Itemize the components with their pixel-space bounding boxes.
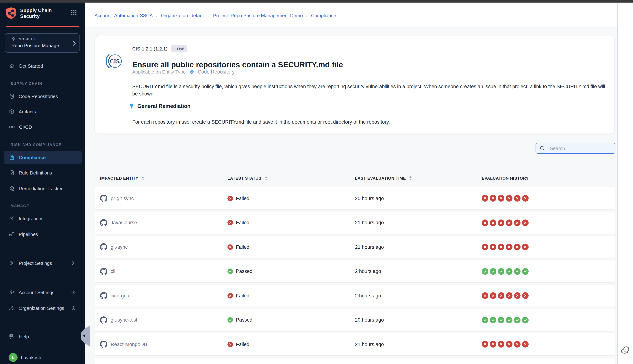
- table-row[interactable]: pr-git-syncFailed20 hours ago: [95, 187, 615, 209]
- project-selector[interactable]: PROJECT Repo Posture Manage...: [5, 33, 80, 53]
- table-row[interactable]: JavaCourseFailed21 hours ago: [95, 212, 615, 234]
- table-row[interactable]: git-syncFailed21 hours ago: [95, 236, 615, 258]
- failed-history-icon: [506, 219, 512, 226]
- sidebar-item-remediation-tracker[interactable]: Remediation Tracker: [4, 182, 82, 195]
- scrollbar-track[interactable]: [617, 2, 633, 364]
- search-input[interactable]: [550, 146, 614, 151]
- page-content: CIS. CIS-1.2.1 (1.2.1) LOW Ensure all pu…: [85, 28, 617, 364]
- sidebar-item-rule-definitions[interactable]: Rule Definitions: [4, 166, 82, 179]
- section-label-risk-and-compliance: RISK AND COMPLIANCE: [11, 143, 62, 147]
- entity-name[interactable]: JavaCourse: [111, 220, 137, 225]
- project-kicker-label: PROJECT: [18, 37, 36, 41]
- column-header-last-evaluation-time[interactable]: LAST EVALUATION TIME: [355, 176, 482, 180]
- sidebar-item-help[interactable]: ? Help: [4, 330, 82, 343]
- table-row[interactable]: cliPassed2 hours ago: [95, 260, 615, 282]
- module-switcher-icon[interactable]: [71, 10, 77, 17]
- breadcrumb-organization[interactable]: Organization: default: [161, 13, 205, 18]
- sidebar-item-user[interactable]: L Lavakush: [4, 351, 82, 364]
- failed-history-icon: [522, 244, 529, 250]
- breadcrumb-project[interactable]: Project: Repo Posture Management Demo: [213, 13, 303, 18]
- passed-history-icon: [506, 317, 512, 323]
- entity-name[interactable]: React-MongoDB: [111, 342, 147, 347]
- impacted-entity-cell: git-sync-test: [100, 316, 228, 324]
- sort-icon[interactable]: [264, 176, 268, 180]
- sidebar-item-label: Get Started: [19, 63, 43, 68]
- sidebar-item-artifacts[interactable]: Artifacts: [4, 105, 82, 118]
- impacted-entity-cell: git-sync: [100, 243, 228, 250]
- sidebar-item-label: CI/CD: [19, 124, 32, 130]
- rule-id: CIS-1.2.1 (1.2.1): [132, 46, 167, 52]
- status-label: Failed: [236, 244, 250, 250]
- entity-name[interactable]: git-sync-test: [111, 317, 137, 323]
- infinity-icon: [9, 124, 15, 130]
- sidebar-item-compliance[interactable]: Compliance: [4, 151, 82, 164]
- failed-history-icon: [482, 341, 488, 348]
- passed-history-icon: [498, 317, 504, 323]
- passed-history-icon: [522, 317, 529, 323]
- sidebar-item-label: Pipelines: [19, 232, 38, 237]
- impacted-entity-cell: JavaCourse: [100, 219, 228, 226]
- sidebar-item-label: Project Settings: [19, 260, 52, 266]
- status-label: Failed: [236, 293, 250, 298]
- github-icon: [100, 243, 107, 250]
- table-row[interactable]: git-sync-testPassed20 hours ago: [95, 309, 615, 331]
- sort-icon[interactable]: [409, 176, 412, 180]
- entity-name[interactable]: cli: [111, 268, 115, 274]
- column-header-latest-status[interactable]: LATEST STATUS: [228, 176, 355, 180]
- breadcrumb-account[interactable]: Account: Automation-SSCA: [95, 13, 153, 18]
- sidebar-item-account-settings[interactable]: Account Settings: [4, 286, 82, 299]
- failed-history-icon: [514, 341, 521, 348]
- sidebar-item-pipelines[interactable]: Pipelines: [4, 228, 82, 241]
- github-icon: [100, 316, 107, 324]
- entity-name[interactable]: git-sync: [111, 244, 128, 250]
- breadcrumb-separator: ›: [306, 13, 308, 18]
- sidebar-item-code-repositories[interactable]: Code Repositories: [4, 90, 82, 103]
- table-body: pr-git-syncFailed20 hours agoJavaCourseF…: [95, 187, 615, 364]
- failed-history-icon: [490, 292, 496, 299]
- sidebar-item-get-started[interactable]: Get Started: [4, 59, 82, 72]
- passed-history-icon: [482, 268, 488, 274]
- latest-status-cell: Failed: [228, 342, 355, 347]
- failed-history-icon: [498, 341, 504, 348]
- info-icon[interactable]: [71, 306, 76, 310]
- status-label: Failed: [236, 196, 250, 201]
- sidebar-item-integrations[interactable]: Integrations: [4, 212, 82, 225]
- remediation-title: General Remediation: [137, 103, 190, 109]
- applicable-entity-label: Applicable on Entity Type: [132, 69, 186, 75]
- sort-icon[interactable]: [141, 176, 145, 180]
- github-icon: [100, 268, 107, 275]
- breadcrumb: Account: Automation-SSCA › Organization:…: [95, 13, 336, 18]
- search-box[interactable]: [536, 143, 615, 154]
- code-repository-diamond-icon: </>: [189, 69, 195, 75]
- browser-chrome-strip: [0, 0, 633, 2]
- rule-title: Ensure all public repositories contain a…: [132, 60, 343, 69]
- column-header-impacted-entity[interactable]: IMPACTED ENTITY: [100, 176, 228, 180]
- info-icon[interactable]: [71, 290, 76, 295]
- sidebar-item-project-settings[interactable]: Project Settings: [4, 256, 82, 270]
- passed-history-icon: [498, 268, 504, 274]
- table-row[interactable]: cicd-goatFailed2 hours ago: [95, 284, 615, 306]
- project-cube-icon: [11, 37, 15, 41]
- table-row[interactable]: Passed: [95, 358, 615, 364]
- table-row[interactable]: React-MongoDBFailed21 hours ago: [95, 333, 615, 355]
- failed-history-icon: [498, 244, 504, 250]
- sidebar-item-organization-settings[interactable]: Organization Settings: [4, 302, 82, 314]
- sidebar-item-cicd[interactable]: CI/CD: [4, 120, 82, 134]
- entity-type-row: Applicable on Entity Type </> Code Repos…: [132, 69, 235, 75]
- failed-history-icon: [490, 219, 496, 226]
- failed-history-icon: [482, 219, 488, 226]
- sidebar-item-label: Remediation Tracker: [19, 186, 63, 191]
- support-chat-icon[interactable]: [620, 345, 630, 357]
- user-name: Lavakush: [21, 355, 41, 360]
- entity-name[interactable]: pr-git-sync: [111, 196, 134, 201]
- chevron-right-icon: [72, 261, 74, 265]
- breadcrumb-compliance[interactable]: Compliance: [311, 13, 336, 18]
- failed-history-icon: [522, 195, 529, 202]
- help-chat-icon: ?: [9, 334, 15, 340]
- sidebar-item-label: Organization Settings: [19, 305, 64, 311]
- last-evaluation-time-cell: 21 hours ago: [355, 342, 482, 347]
- sidebar-item-label: Compliance: [19, 154, 46, 160]
- latest-status-cell: Failed: [228, 244, 355, 250]
- entity-name[interactable]: cicd-goat: [111, 293, 131, 298]
- svg-text:?: ?: [11, 334, 12, 337]
